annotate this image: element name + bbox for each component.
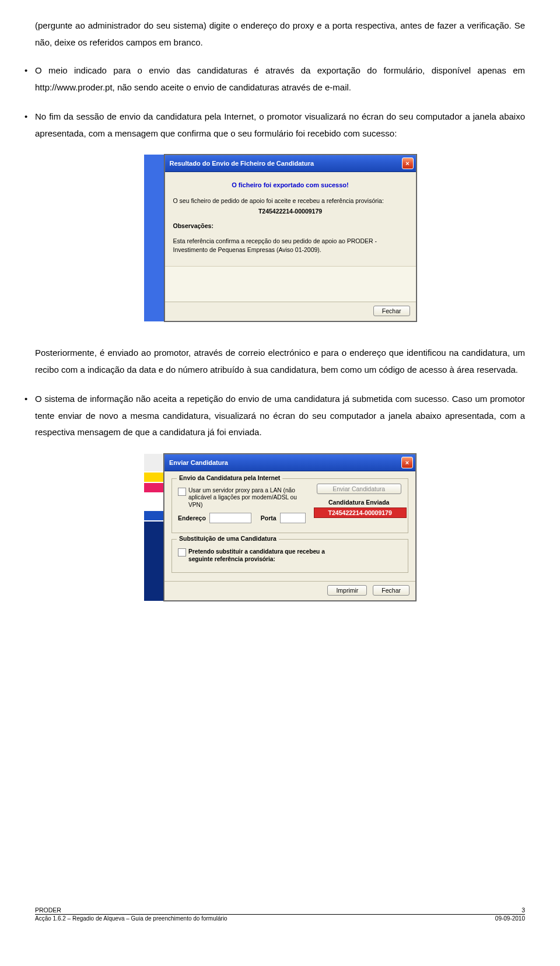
bullet-icon: • xyxy=(24,391,27,408)
dialog-body: O ficheiro foi exportado com sucesso! O … xyxy=(165,172,416,266)
success-message: O ficheiro foi exportado com sucesso! xyxy=(173,181,408,188)
stripe-blue xyxy=(144,511,164,520)
proxy-checkbox[interactable] xyxy=(178,488,186,496)
bullet-text: O meio indicado para o envio das candida… xyxy=(35,65,525,92)
document-page: (pergunte ao administrador do seu sistem… xyxy=(0,0,560,933)
proxy-row: Usar um servidor proxy para a LAN (não a… xyxy=(178,487,306,509)
fieldset-envio: Envio da Candidatura pela Internet Usar … xyxy=(172,478,408,533)
candidatura-enviada-label: Candidatura Enviada xyxy=(314,499,404,506)
substitute-row: Pretendo substituir a candidatura que re… xyxy=(178,548,402,564)
background-window-fragment xyxy=(144,454,164,601)
substitute-checkbox[interactable] xyxy=(178,548,186,556)
titlebar: Resultado do Envio de Ficheiro de Candid… xyxy=(165,155,416,172)
bullet-paragraph: • O meio indicado para o envio das candi… xyxy=(35,62,525,96)
fieldset-substituicao: Substituição de uma Candidatura Pretendo… xyxy=(172,539,408,573)
reference-banner: T245422214-00009179 xyxy=(314,508,407,518)
footer-action-title: Acção 1.6.2 – Regadio de Alqueva – Guia … xyxy=(35,915,228,922)
footer-top-row: PRODER 3 xyxy=(35,907,525,915)
footer-proder: PRODER xyxy=(35,907,61,914)
porta-label: Porta xyxy=(261,514,276,522)
reference-block: O seu ficheiro de pedido de apoio foi ac… xyxy=(173,197,408,216)
screenshot-fragment-row: Resultado do Envio de Ficheiro de Candid… xyxy=(144,155,416,321)
bullet-icon: • xyxy=(24,108,27,125)
footer-page-number: 3 xyxy=(522,907,525,914)
endereco-input[interactable] xyxy=(209,513,251,523)
proxy-column: Usar um servidor proxy para a LAN (não a… xyxy=(178,484,306,527)
stripe-navy xyxy=(144,522,164,601)
background-window-fragment xyxy=(144,155,164,321)
footer-date: 09-09-2010 xyxy=(495,915,525,922)
porta-input[interactable] xyxy=(280,513,306,523)
close-icon[interactable]: × xyxy=(402,158,414,169)
reference-number: T245422214-00009179 xyxy=(173,207,408,216)
dialog-button-bar: Fechar xyxy=(165,302,416,321)
bullet-paragraph: • O sistema de informação não aceita a r… xyxy=(35,391,525,441)
endereco-label: Endereço xyxy=(178,514,206,522)
paragraph-continued: (pergunte ao administrador do seu sistem… xyxy=(35,18,525,51)
proxy-label: Usar um servidor proxy para a LAN (não a… xyxy=(188,487,306,509)
titlebar: Enviar Candidatura × xyxy=(164,454,415,471)
fieldset-legend-envio: Envio da Candidatura pela Internet xyxy=(177,474,282,481)
bullet-text: O sistema de informação não aceita a rep… xyxy=(35,394,525,437)
dialog-body: Envio da Candidatura pela Internet Usar … xyxy=(164,471,415,582)
screenshot-fragment-row: Enviar Candidatura × Envio da Candidatur… xyxy=(144,454,416,601)
close-icon[interactable]: × xyxy=(401,457,413,468)
bullet-text: No fim da sessão de envio da candidatura… xyxy=(35,111,525,138)
bullet-paragraph: • No fim da sessão de envio da candidatu… xyxy=(35,108,525,142)
dialog-result: Resultado do Envio de Ficheiro de Candid… xyxy=(164,155,416,321)
dialog-enviar-candidatura: Enviar Candidatura × Envio da Candidatur… xyxy=(164,454,416,601)
send-status-column: Enviar Candidatura Candidatura Enviada T… xyxy=(314,484,404,518)
fechar-button[interactable]: Fechar xyxy=(373,306,410,316)
fechar-button[interactable]: Fechar xyxy=(373,585,410,596)
observations-label: Observações: xyxy=(173,222,408,230)
dialog-title: Enviar Candidatura xyxy=(169,459,228,466)
dialog-button-bar: Imprimir Fechar xyxy=(164,581,415,600)
page-footer: PRODER 3 Acção 1.6.2 – Regadio de Alquev… xyxy=(35,907,525,922)
fieldset-legend-substituicao: Substituição de uma Candidatura xyxy=(177,535,279,542)
bullet-icon: • xyxy=(24,62,27,79)
screenshot-container-2: Enviar Candidatura × Envio da Candidatur… xyxy=(35,454,525,601)
reference-intro: O seu ficheiro de pedido de apoio foi ac… xyxy=(173,197,408,205)
substitute-label: Pretendo substituir a candidatura que re… xyxy=(188,548,340,564)
footer-bottom-row: Acção 1.6.2 – Regadio de Alqueva – Guia … xyxy=(35,915,525,922)
imprimir-button[interactable]: Imprimir xyxy=(327,585,367,596)
address-port-row: Endereço Porta xyxy=(178,513,306,523)
paragraph: Posteriormente, é enviado ao promotor, a… xyxy=(35,345,525,378)
dialog-spacer xyxy=(165,266,416,302)
stripe-pink xyxy=(144,483,164,492)
color-stripes xyxy=(144,454,164,601)
enviar-candidatura-button[interactable]: Enviar Candidatura xyxy=(317,484,401,494)
screenshot-container-1: Resultado do Envio de Ficheiro de Candid… xyxy=(35,155,525,321)
stripe-yellow xyxy=(144,473,164,482)
observations-text: Esta referência confirma a recepção do s… xyxy=(173,237,408,254)
dialog-title: Resultado do Envio de Ficheiro de Candid… xyxy=(170,160,314,167)
